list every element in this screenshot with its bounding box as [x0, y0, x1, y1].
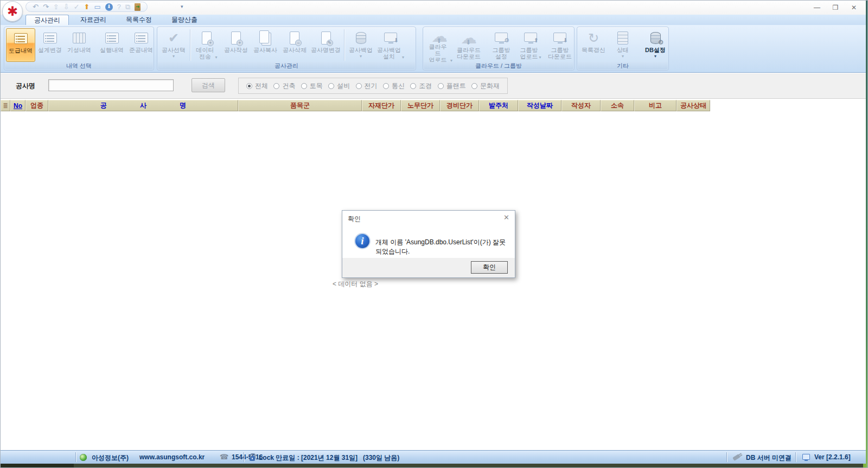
radio-plant[interactable]: 플랜트 — [438, 81, 466, 91]
dialog-title: 확인 — [348, 214, 361, 224]
tab-data-mgmt[interactable]: 자료관리 — [72, 15, 114, 25]
info-icon: i — [354, 233, 371, 249]
radio-all[interactable]: 전체 — [246, 81, 268, 91]
minimize-button[interactable]: — — [808, 1, 826, 15]
ribbon-group-cloud-grouproom: ☁⬆ 클라우드 업로드▾ ☁⬇ 클라우드 다운로드 ⚙ 그룹방 설정 ⬆ 그룹방… — [423, 27, 575, 71]
button-project-rename[interactable]: ✎ 공사명변경 — [309, 28, 342, 62]
tab-quantity-calc[interactable]: 물량산출 — [163, 15, 206, 25]
radio-dot — [356, 83, 362, 89]
radio-telecom[interactable]: 통신 — [383, 81, 405, 91]
taskbar-strip — [1, 464, 867, 468]
button-status[interactable]: 상태 ▾ — [608, 28, 637, 62]
confirm-icon[interactable]: ✓ — [74, 3, 80, 10]
column-expense-price[interactable]: 경비단가 — [440, 100, 479, 111]
ribbon-tab-strip: 공사관리 자료관리 목록수정 물량산출 — [1, 15, 867, 25]
radio-landscape[interactable]: 조경 — [410, 81, 432, 91]
button-grouproom-settings[interactable]: ⚙ 그룹방 설정 — [487, 28, 516, 62]
move-down-icon[interactable]: ⇩ — [63, 3, 69, 10]
window-arrow-icon: ⬇ — [384, 33, 397, 42]
status-separator — [75, 452, 76, 462]
help-icon[interactable]: ? — [117, 3, 121, 10]
column-industry[interactable]: 업종 — [25, 100, 48, 111]
dialog-close-icon[interactable]: ✕ — [503, 213, 509, 222]
radio-facility[interactable]: 설비 — [328, 81, 350, 91]
search-band: 공사명 검색 전체 건축 토목 설비 전기 통신 조경 플랜트 문화재 — [1, 73, 867, 99]
button-project-backup[interactable]: 공사백업 ▾ — [346, 28, 375, 62]
preview-icon[interactable]: ⧉ — [125, 3, 130, 10]
confirm-dialog: 확인 ✕ i 개체 이름 'AsungDB.dbo.UserList'이(가) … — [342, 210, 515, 278]
redo-icon[interactable]: ↷ — [43, 3, 49, 10]
ribbon-group-construction-mgmt: ✔ 공사선택 ▾ + 데이터 전송▾ + 공사작성 공사복사 — [157, 27, 416, 71]
button-grouproom-upload[interactable]: ⬆ 그룹방 업로드▾ — [516, 28, 545, 62]
company-website[interactable]: www.asungsoft.co.kr — [139, 453, 205, 461]
table-header: ≣ No 업종 공 사 명 품목군 자재단가 노무단가 경비단가 발주처 작성날… — [1, 100, 710, 111]
button-design-change[interactable]: 설계변경 — [35, 28, 65, 62]
ribbon: 도급내역 설계변경 기성내역 실행내역 준공내역 — [1, 25, 867, 73]
qat-overflow-icon[interactable]: ▾ — [181, 4, 183, 9]
window-controls: — ❐ ✕ — [808, 1, 863, 15]
button-execution-detail[interactable]: 실행내역 — [97, 28, 126, 62]
column-item-group[interactable]: 품목군 — [238, 100, 362, 111]
button-project-delete[interactable]: − 공사삭제 — [280, 28, 309, 62]
radio-electric[interactable]: 전기 — [356, 81, 378, 91]
monitor-up-icon: ⬆ — [524, 33, 537, 42]
group-caption: 공사관리 — [158, 62, 415, 69]
project-name-input[interactable] — [48, 79, 174, 91]
empty-data-message: < 데이터 없음 > — [1, 280, 710, 289]
tab-list-edit[interactable]: 목록수정 — [118, 15, 160, 25]
button-cloud-download[interactable]: ☁⬇ 클라우드 다운로드 — [454, 28, 483, 62]
button-project-select[interactable]: ✔ 공사선택 ▾ — [159, 28, 188, 62]
status-bar: 아성정보(주) www.asungsoft.co.kr ☎ 1544-5516 … — [1, 450, 867, 464]
button-completion-detail[interactable]: 준공내역 — [126, 28, 156, 62]
button-grouproom-download[interactable]: ⬇ 그룹방 다운로드 — [545, 28, 575, 62]
button-refresh-list[interactable]: ↻ 목록갱신 — [579, 28, 608, 62]
undo-icon[interactable]: ↶ — [33, 3, 39, 10]
document-pencil-icon: ✎ — [321, 31, 331, 45]
version-monitor-icon — [802, 454, 810, 460]
column-created-date[interactable]: 작성날짜 — [518, 100, 561, 111]
download-icon[interactable]: ⬇ — [105, 3, 113, 11]
column-affiliation[interactable]: 소속 — [601, 100, 634, 111]
group-caption: 기타 — [578, 62, 668, 69]
button-contract-detail[interactable]: 도급내역 — [6, 28, 35, 62]
restore-button[interactable]: ❐ — [826, 1, 845, 15]
close-button[interactable]: ✕ — [845, 1, 863, 15]
column-remarks[interactable]: 비고 — [634, 100, 676, 111]
dialog-message: 개체 이름 'AsungDB.dbo.UserList'이(가) 잘못되었습니다… — [375, 238, 509, 256]
column-orderer[interactable]: 발주처 — [479, 100, 518, 111]
app-logo-button[interactable]: ✱ — [2, 1, 23, 22]
status-separator — [244, 452, 244, 462]
button-cloud-upload[interactable]: ☁⬆ 클라우드 업로드▾ — [425, 28, 454, 62]
monitor-down-icon: ⬇ — [553, 33, 566, 42]
button-data-transfer[interactable]: + 데이터 전송▾ — [192, 28, 221, 62]
column-no[interactable]: No — [10, 100, 25, 111]
button-progress-detail[interactable]: 기성내역 — [65, 28, 94, 62]
button-project-create[interactable]: + 공사작성 — [221, 28, 251, 62]
move-up-icon[interactable]: ⇧ — [53, 3, 59, 10]
column-project-name[interactable]: 공 사 명 — [48, 100, 238, 111]
columns-icon — [73, 33, 86, 43]
radio-dot — [273, 83, 279, 89]
db-connection-status: DB 서버 미연결 — [746, 453, 792, 463]
column-row-marker[interactable]: ≣ — [1, 100, 10, 111]
title-bar: ↶ ↷ ⇧ ⇩ ✓ ⬆ ▭ ⬇ ? ⧉ ➜ ▾ — ❐ ✕ — [1, 1, 867, 15]
tab-construction-mgmt[interactable]: 공사관리 — [25, 15, 69, 25]
document-minus-icon: − — [290, 31, 299, 45]
dialog-ok-button[interactable]: 확인 — [471, 261, 508, 274]
radio-heritage[interactable]: 문화재 — [471, 81, 500, 91]
lock-icon — [250, 456, 255, 461]
phone-number: 1544-5516 — [232, 453, 263, 461]
button-project-copy[interactable]: 공사복사 — [251, 28, 280, 62]
column-material-price[interactable]: 자재단가 — [362, 100, 401, 111]
radio-architecture[interactable]: 건축 — [273, 81, 295, 91]
button-db-settings[interactable]: ⚙ DB설정 ▾ — [641, 28, 670, 62]
column-labor-price[interactable]: 노무단가 — [401, 100, 440, 111]
column-author[interactable]: 작성자 — [561, 100, 601, 111]
button-backup-install[interactable]: ⬇ 공사백업 설치▾ — [375, 28, 406, 62]
panel-icon[interactable]: ▭ — [94, 3, 100, 10]
column-project-status[interactable]: 공사상태 — [676, 100, 710, 111]
exit-icon[interactable]: ➜ — [135, 3, 141, 11]
import-icon[interactable]: ⬆ — [84, 3, 90, 10]
radio-civil[interactable]: 토목 — [301, 81, 323, 91]
search-button[interactable]: 검색 — [192, 78, 225, 92]
